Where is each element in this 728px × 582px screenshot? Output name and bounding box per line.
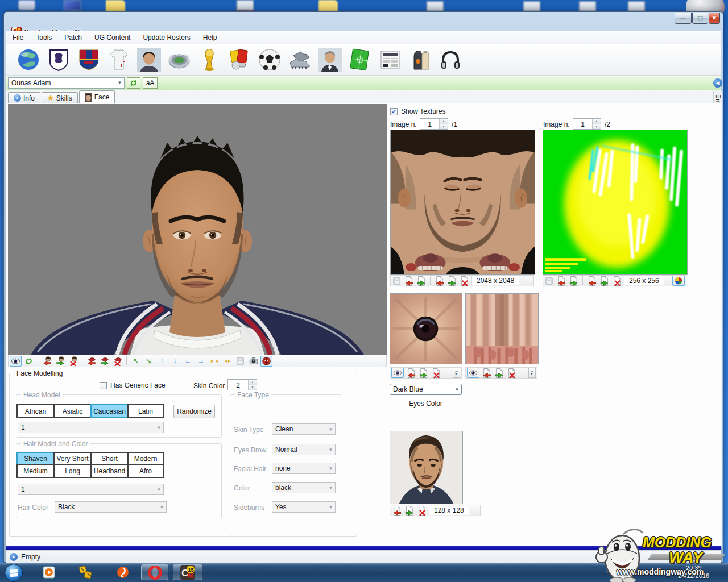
export-dds-icon[interactable] — [599, 276, 610, 286]
hair-variant-select[interactable]: 1▼ — [18, 484, 164, 495]
premier-league-icon[interactable] — [46, 47, 72, 73]
globe-icon[interactable] — [15, 47, 42, 73]
face-texture-preview[interactable] — [390, 130, 535, 275]
export-head-icon[interactable] — [54, 356, 66, 367]
case-toggle-button[interactable]: aA — [143, 77, 158, 89]
head-model-latin-button[interactable]: Latin — [127, 404, 164, 418]
move-left-icon[interactable]: ← — [182, 356, 194, 367]
status-expand-icon[interactable]: ▲ — [10, 553, 18, 561]
import-photo-icon[interactable] — [391, 505, 402, 516]
randomize-button[interactable]: Randomize — [173, 405, 215, 418]
zoom-in-icon[interactable]: ►◄ — [208, 356, 220, 367]
head-model-caucasian-button[interactable]: Caucasian — [90, 404, 129, 418]
taskbar-opera-icon[interactable] — [141, 564, 168, 580]
sideburns-select[interactable]: Yes▼ — [272, 501, 336, 513]
face-3d-preview[interactable] — [8, 104, 387, 355]
palette-button[interactable] — [672, 276, 685, 286]
export-texture-icon[interactable] — [494, 368, 504, 379]
delete-texture-icon[interactable] — [611, 276, 622, 286]
export-photo-icon[interactable] — [404, 505, 415, 516]
swap-player-button[interactable] — [127, 77, 140, 89]
tab-skills[interactable]: ★Skills — [42, 92, 78, 103]
hair-color-select[interactable]: Black▼ — [55, 501, 167, 513]
hair-very-short-button[interactable]: Very Short — [53, 452, 92, 465]
eye-texture-preview[interactable] — [390, 293, 462, 364]
close-button[interactable]: ✕ — [709, 13, 720, 24]
view-eye-icon[interactable] — [467, 368, 479, 378]
eyes-color-select[interactable]: Dark Blue▼ — [390, 384, 462, 395]
show-texture-head-icon[interactable] — [260, 356, 272, 367]
more-options-dropdown[interactable]: ═▾ — [528, 368, 536, 378]
menu-help[interactable]: Help — [197, 32, 224, 43]
has-generic-face-checkbox[interactable] — [100, 382, 107, 389]
import-texture-icon[interactable] — [406, 368, 416, 379]
taskbar-origin-icon[interactable] — [111, 564, 134, 580]
import-head-icon[interactable] — [41, 356, 53, 367]
image-number-spinner-2[interactable]: 1▲▼ — [573, 118, 601, 130]
delete-photo-icon[interactable] — [416, 505, 427, 516]
save-texture-icon[interactable] — [392, 276, 402, 286]
refresh-icon[interactable] — [23, 356, 35, 367]
fc-barcelona-icon[interactable] — [76, 47, 102, 73]
move-down-icon[interactable]: ↓ — [169, 356, 181, 367]
hair-afro-button[interactable]: Afro — [127, 464, 164, 478]
world-cup-trophy-icon[interactable] — [196, 47, 222, 73]
pitch-icon[interactable] — [347, 47, 373, 73]
head-model-variant-select[interactable]: 1▼ — [18, 422, 164, 433]
import-dds-icon[interactable] — [586, 276, 597, 286]
export-dds-icon[interactable] — [446, 276, 457, 286]
camera-icon[interactable] — [247, 356, 259, 367]
menu-patch[interactable]: Patch — [58, 32, 88, 43]
import-dds-icon[interactable] — [434, 276, 445, 286]
ball-icon[interactable] — [257, 47, 283, 73]
start-button[interactable] — [5, 564, 23, 582]
taskbar-cm15-icon[interactable]: CM15 — [173, 564, 202, 580]
menu-update-rosters[interactable]: Update Rosters — [136, 32, 196, 43]
skin-type-select[interactable]: Clean▼ — [272, 423, 336, 435]
boots-icon[interactable] — [287, 47, 313, 73]
facial-hair-select[interactable]: none▼ — [272, 463, 336, 474]
export-texture-icon[interactable] — [418, 368, 429, 379]
hair-shaven-button[interactable]: Shaven — [16, 452, 55, 465]
hair-medium-button[interactable]: Medium — [16, 464, 55, 478]
jersey-icon[interactable] — [106, 47, 132, 73]
export-texture-icon[interactable] — [568, 276, 579, 286]
hair-long-button[interactable]: Long — [53, 464, 92, 478]
zoom-out-icon[interactable]: ◄► — [221, 356, 233, 367]
hair-texture-preview[interactable] — [543, 130, 688, 275]
head-model-asiatic-button[interactable]: Asiatic — [53, 404, 92, 418]
skin-color-spinner[interactable]: 2▲▼ — [228, 379, 257, 390]
image-number-spinner-1[interactable]: 1▲▼ — [420, 118, 448, 130]
import-texture-icon[interactable] — [403, 276, 414, 286]
import-texture-icon[interactable] — [556, 276, 566, 286]
eyes-brow-select[interactable]: Normal▼ — [272, 444, 336, 455]
show-textures-checkbox[interactable]: ✓ — [390, 108, 398, 115]
menu-file[interactable]: File — [6, 32, 30, 43]
minimize-button[interactable]: — — [675, 13, 692, 24]
hair-short-button[interactable]: Short — [90, 452, 129, 465]
head-model-african-button[interactable]: African — [16, 404, 55, 418]
rotate-up-left-icon[interactable]: ↖ — [130, 356, 142, 367]
menu-ug-content[interactable]: UG Content — [88, 32, 136, 43]
maximize-button[interactable]: ▢ — [692, 13, 708, 24]
move-up-icon[interactable]: ↑ — [156, 356, 168, 367]
more-options-dropdown[interactable]: ═▾ — [453, 368, 460, 378]
move-right-icon[interactable]: → — [195, 356, 207, 367]
view-eye-icon[interactable] — [391, 368, 404, 378]
newspaper-icon[interactable] — [377, 47, 403, 73]
taskbar-media-player-icon[interactable] — [38, 564, 60, 580]
delete-texture-icon[interactable] — [506, 368, 517, 379]
save-texture-icon[interactable] — [544, 276, 554, 286]
hair-modern-button[interactable]: Modern — [127, 452, 164, 465]
referee-cards-icon[interactable] — [226, 47, 253, 73]
import-hair-icon[interactable] — [85, 356, 97, 367]
player-select[interactable]: Ounas Adam▼ — [8, 77, 125, 89]
tab-face[interactable]: Face — [79, 90, 115, 103]
gk-gloves-icon[interactable] — [407, 47, 433, 73]
save-preview-icon[interactable] — [234, 356, 246, 367]
menu-tools[interactable]: Tools — [30, 32, 58, 43]
stadium-icon[interactable] — [166, 47, 192, 73]
taskbar-editor-tool-icon[interactable]: x — [74, 564, 97, 580]
manager-icon[interactable] — [317, 47, 343, 73]
delete-texture-icon[interactable] — [459, 276, 470, 286]
